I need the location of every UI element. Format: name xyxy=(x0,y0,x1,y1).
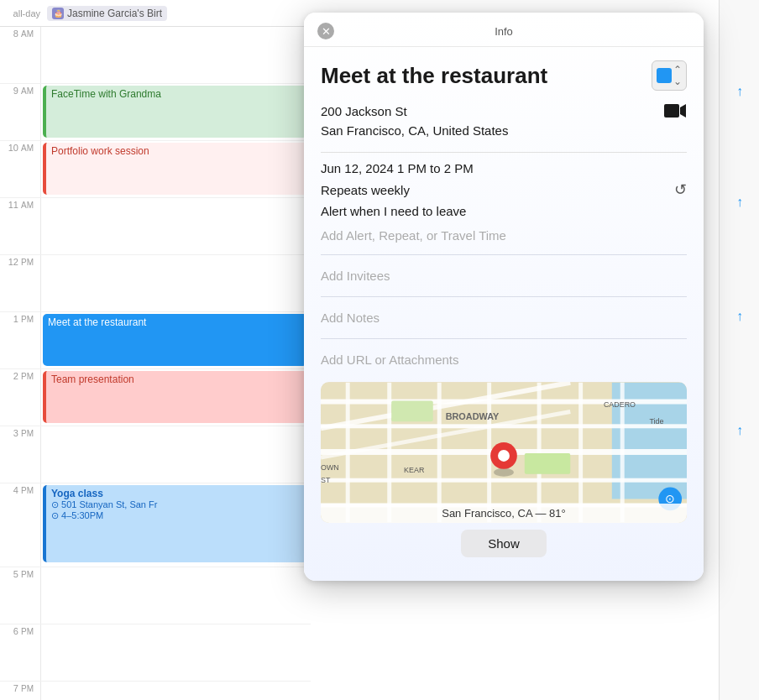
event-yoga-label: Yoga class xyxy=(51,488,302,499)
location-text: 200 Jackson St San Francisco, CA, United… xyxy=(321,102,508,140)
all-day-event-label: Jasmine Garcia's Birt xyxy=(67,8,162,19)
popup-header: ✕ Info xyxy=(304,13,704,47)
add-alert-row[interactable]: Add Alert, Repeat, or Travel Time xyxy=(321,223,687,248)
time-label-5pm: 5 PM xyxy=(0,567,40,624)
location-row: 200 Jackson St San Francisco, CA, United… xyxy=(321,102,687,140)
event-restaurant-label: Meet at the restaurant xyxy=(48,316,146,328)
time-content-6pm xyxy=(40,624,311,681)
time-content-4pm[interactable]: Yoga class ⊙ 501 Stanyan St, San Fr ⊙ 4–… xyxy=(40,483,311,567)
time-row-1pm: 1 PM Meet at the restaurant xyxy=(0,312,311,369)
map-container[interactable]: BROADWAY CADERO Tide OWN ST KEAR ⊙ San F… xyxy=(321,382,687,523)
time-content-10am[interactable]: Portfolio work session xyxy=(40,141,311,197)
time-row-6pm: 6 PM xyxy=(0,624,311,682)
color-swatch xyxy=(657,68,672,83)
up-arrow-icon-1: ↑ xyxy=(736,84,743,99)
info-popup: ✕ Info Meet at the restaurant ⌃⌄ 200 Jac… xyxy=(304,13,704,581)
time-label-8am: 8 AM xyxy=(0,27,40,83)
time-row-5pm: 5 PM xyxy=(0,567,311,624)
close-icon: ✕ xyxy=(322,25,331,38)
add-url-row[interactable]: Add URL or Attachments xyxy=(321,346,687,374)
all-day-event[interactable]: 🎂 Jasmine Garcia's Birt xyxy=(47,6,167,21)
event-facetime[interactable]: FaceTime with Grandma xyxy=(43,86,307,138)
right-strip: ↑ ↑ ↑ ↑ xyxy=(719,0,759,700)
svg-rect-7 xyxy=(321,478,687,483)
svg-rect-12 xyxy=(487,383,491,522)
up-arrow-icon-3: ↑ xyxy=(736,309,743,324)
svg-text:OWN: OWN xyxy=(321,463,339,472)
time-content-8am xyxy=(40,27,311,83)
time-content-7pm xyxy=(40,682,311,700)
event-restaurant[interactable]: Meet at the restaurant xyxy=(43,314,307,366)
svg-text:KEAR: KEAR xyxy=(404,466,425,474)
event-title: Meet at the restaurant xyxy=(321,63,547,89)
date-time-row: Jun 12, 2024 1 PM to 2 PM xyxy=(321,161,687,175)
show-button[interactable]: Show xyxy=(461,530,547,557)
up-arrow-icon-2: ↑ xyxy=(736,195,743,210)
svg-rect-13 xyxy=(537,383,542,522)
time-label-2pm: 2 PM xyxy=(0,369,40,426)
svg-point-26 xyxy=(494,468,514,477)
right-indicator-2[interactable]: ↑ xyxy=(724,195,756,210)
all-day-row: all-day 🎂 Jasmine Garcia's Birt xyxy=(0,0,311,27)
time-content-1pm[interactable]: Meet at the restaurant xyxy=(40,312,311,368)
svg-rect-14 xyxy=(578,383,583,522)
section-divider-2 xyxy=(321,296,687,297)
time-label-7pm: 7 PM xyxy=(0,682,40,700)
svg-text:CADERO: CADERO xyxy=(604,400,636,409)
alert-row: Alert when I need to leave xyxy=(321,204,687,218)
time-row-4pm: 4 PM Yoga class ⊙ 501 Stanyan St, San Fr… xyxy=(0,483,311,567)
add-notes-row[interactable]: Add Notes xyxy=(321,304,687,332)
time-content-5pm xyxy=(40,567,311,624)
popup-body: Meet at the restaurant ⌃⌄ 200 Jackson St… xyxy=(304,47,704,581)
event-title-row: Meet at the restaurant ⌃⌄ xyxy=(321,60,687,91)
birthday-icon: 🎂 xyxy=(52,8,64,19)
event-portfolio-label: Portfolio work session xyxy=(51,145,149,157)
chevron-icon: ⌃⌄ xyxy=(673,64,682,87)
time-label-6pm: 6 PM xyxy=(0,624,40,681)
right-indicator-1[interactable]: ↑ xyxy=(724,84,756,99)
event-yoga[interactable]: Yoga class ⊙ 501 Stanyan St, San Fr ⊙ 4–… xyxy=(43,485,307,562)
svg-text:Tide: Tide xyxy=(649,417,663,426)
repeat-icon: ↺ xyxy=(674,180,687,199)
time-grid: all-day 🎂 Jasmine Garcia's Birt 8 AM 9 A… xyxy=(0,0,311,700)
video-camera-icon[interactable] xyxy=(663,102,687,123)
event-team-label: Team presentation xyxy=(51,374,134,385)
time-row-10am: 10 AM Portfolio work session xyxy=(0,141,311,198)
time-label-9am: 9 AM xyxy=(0,84,40,140)
time-label-11am: 11 AM xyxy=(0,198,40,254)
svg-rect-18 xyxy=(525,453,571,474)
time-content-11am xyxy=(40,198,311,254)
svg-text:ST: ST xyxy=(321,476,331,484)
svg-rect-11 xyxy=(437,383,442,522)
event-yoga-location: ⊙ 501 Stanyan St, San Fr xyxy=(51,499,302,510)
svg-point-28 xyxy=(498,450,510,462)
time-label-4pm: 4 PM xyxy=(0,483,40,567)
location-line2: San Francisco, CA, United States xyxy=(321,122,508,141)
time-label-10am: 10 AM xyxy=(0,141,40,197)
right-indicator-3[interactable]: ↑ xyxy=(724,309,756,324)
time-content-9am[interactable]: FaceTime with Grandma xyxy=(40,84,311,140)
time-content-2pm[interactable]: Team presentation xyxy=(40,369,311,426)
svg-rect-0 xyxy=(664,104,679,118)
event-team[interactable]: Team presentation xyxy=(43,371,307,423)
repeat-text: Repeats weekly xyxy=(321,183,410,197)
time-row-11am: 11 AM xyxy=(0,198,311,255)
color-picker-button[interactable]: ⌃⌄ xyxy=(652,60,687,91)
right-indicator-4[interactable]: ↑ xyxy=(724,423,756,438)
time-content-12pm xyxy=(40,255,311,311)
time-row-8am: 8 AM xyxy=(0,27,311,84)
svg-text:BROADWAY: BROADWAY xyxy=(446,411,500,421)
close-button[interactable]: ✕ xyxy=(317,23,334,39)
svg-marker-1 xyxy=(680,104,686,118)
svg-rect-19 xyxy=(391,401,433,422)
divider-1 xyxy=(321,152,687,153)
time-row-3pm: 3 PM xyxy=(0,426,311,483)
all-day-label: all-day xyxy=(7,8,47,18)
time-label-12pm: 12 PM xyxy=(0,255,40,311)
location-line1: 200 Jackson St xyxy=(321,102,508,122)
add-invitees-row[interactable]: Add Invitees xyxy=(321,262,687,290)
time-row-12pm: 12 PM xyxy=(0,255,311,312)
time-row-2pm: 2 PM Team presentation xyxy=(0,369,311,426)
time-row-9am: 9 AM FaceTime with Grandma xyxy=(0,84,311,141)
event-portfolio[interactable]: Portfolio work session xyxy=(43,143,307,195)
